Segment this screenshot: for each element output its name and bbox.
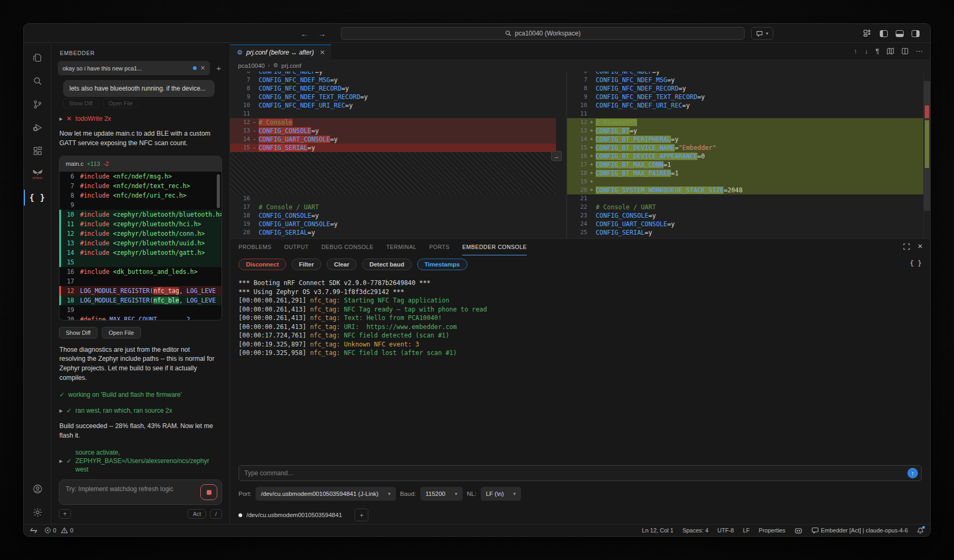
notifications-bell[interactable] bbox=[917, 527, 924, 534]
baud-select[interactable]: 115200 ▾ bbox=[420, 487, 463, 501]
breadcrumb-folder[interactable]: pca10040 bbox=[238, 63, 265, 69]
close-chat-icon[interactable]: ✕ bbox=[200, 65, 205, 72]
expand-triangle-icon[interactable]: ▶ bbox=[59, 459, 63, 464]
nl-select[interactable]: LF (\n) ▾ bbox=[481, 487, 521, 501]
show-diff-ghost-button[interactable]: Show Diff bbox=[63, 99, 99, 108]
previous-change-icon[interactable]: ↑ bbox=[854, 47, 858, 55]
run-debug-icon[interactable] bbox=[24, 116, 51, 139]
assistant-paragraph-3: Build succeeded -- 28% flash, 43% RAM. N… bbox=[59, 422, 216, 441]
disconnect-button[interactable]: Disconnect bbox=[238, 259, 286, 270]
status-ln-12-col-1[interactable]: Ln 12, Col 1 bbox=[642, 527, 673, 534]
nav-forward-icon[interactable]: → bbox=[318, 29, 326, 38]
add-serial-tab-button[interactable]: + bbox=[355, 509, 368, 521]
code-diff-body[interactable]: 6#include <nfc/ndef/msg.h>7#include <nfc… bbox=[59, 172, 222, 320]
accounts-icon[interactable] bbox=[24, 477, 51, 501]
maximize-panel-icon[interactable] bbox=[903, 243, 910, 250]
port-select[interactable]: /dev/cu.usbmodem0010503594841 (J-Link) ▾ bbox=[255, 487, 395, 501]
panel-tab-embedder-console[interactable]: EMBEDDER CONSOLE bbox=[462, 239, 527, 255]
send-command-button[interactable]: ↑ bbox=[907, 468, 918, 478]
filter-button[interactable]: Filter bbox=[292, 259, 321, 270]
lines-removed-count: -2 bbox=[103, 161, 109, 167]
port-label: Port: bbox=[238, 491, 251, 497]
problems-indicator[interactable]: 0 0 bbox=[45, 527, 73, 534]
new-chat-button[interactable]: + bbox=[214, 64, 223, 73]
copilot-menu-button[interactable]: ▾ bbox=[751, 27, 773, 40]
customize-layout-icon[interactable] bbox=[863, 30, 872, 37]
expand-triangle-icon[interactable]: ▶ bbox=[59, 117, 63, 121]
desktop-background: ← → pca10040 (Workspace) ▾ bbox=[0, 0, 954, 560]
breadcrumb[interactable]: pca10040 › ⚙ prj.conf bbox=[230, 59, 930, 72]
diff-original-pane[interactable]: 6CONFIG_NFC_NDEF=y7CONFIG_NFC_NDEF_MSG=y… bbox=[230, 72, 556, 238]
panel-tab-debug-console[interactable]: DEBUG CONSOLE bbox=[322, 239, 374, 255]
chat-input[interactable]: Try: Implement watchdog refresh logic bbox=[59, 479, 222, 505]
detect-baud-button[interactable]: Detect baud bbox=[362, 259, 412, 270]
timestamps-button[interactable]: Timestamps bbox=[417, 259, 467, 270]
todo-write-row[interactable]: ▶ ✕ todoWrite 2x bbox=[59, 115, 229, 122]
status-properties[interactable]: Properties bbox=[759, 527, 785, 534]
panel-braces-icon[interactable]: { } bbox=[909, 259, 922, 267]
open-file-button[interactable]: Open File bbox=[102, 327, 141, 339]
explorer-icon[interactable] bbox=[24, 46, 51, 69]
slash-command-button[interactable]: / bbox=[210, 509, 222, 519]
close-panel-icon[interactable]: ✕ bbox=[917, 243, 923, 250]
diff-line: 16+CONFIG_BT_DEVICE_APPEARANCE=0 bbox=[567, 152, 923, 161]
diff-editor[interactable]: 6CONFIG_NFC_NDEF=y7CONFIG_NFC_NDEF_MSG=y… bbox=[230, 72, 930, 238]
clear-button[interactable]: Clear bbox=[326, 259, 357, 270]
panel-tab-output[interactable]: OUTPUT bbox=[284, 239, 308, 255]
settings-gear-icon[interactable] bbox=[24, 501, 51, 524]
close-tab-icon[interactable]: ✕ bbox=[320, 49, 325, 56]
serial-console-output[interactable]: *** Booting nRF Connect SDK v2.9.0-7787b… bbox=[230, 274, 930, 465]
expand-triangle-icon[interactable]: ▶ bbox=[59, 408, 63, 413]
breadcrumb-file[interactable]: prj.conf bbox=[281, 63, 302, 69]
more-actions-icon[interactable]: ⋯ bbox=[916, 47, 923, 55]
next-change-icon[interactable]: ↓ bbox=[865, 47, 869, 55]
toggle-panel-icon[interactable] bbox=[896, 30, 904, 37]
check-icon: ✓ bbox=[66, 457, 72, 465]
check-icon: ✓ bbox=[66, 407, 72, 414]
user-message-bubble[interactable]: lets also have blueetooth running. if th… bbox=[63, 80, 215, 97]
diff-editor-tab[interactable]: ⚙ prj.conf (before ↔ after) ✕ bbox=[231, 45, 331, 59]
workspace-search-box[interactable]: pca10040 (Workspace) bbox=[341, 27, 745, 40]
serial-port-tab[interactable]: /dev/cu.usbmodem0010503594841 bbox=[238, 512, 350, 518]
open-changes-icon[interactable] bbox=[887, 48, 894, 55]
search-view-icon[interactable] bbox=[24, 69, 51, 93]
panel-tab-terminal[interactable]: TERMINAL bbox=[386, 239, 417, 255]
nav-back-icon[interactable]: ← bbox=[301, 29, 308, 38]
remote-indicator[interactable] bbox=[30, 528, 37, 534]
status-spaces-4[interactable]: Spaces: 4 bbox=[683, 527, 709, 534]
whitespace-toggle-icon[interactable]: ¶ bbox=[876, 47, 879, 55]
code-scrollbar-thumb[interactable] bbox=[217, 174, 220, 208]
split-editor-icon[interactable] bbox=[902, 48, 908, 55]
status-ran-row[interactable]: ▶ ✓ ran west, ran which, ran source 2x bbox=[59, 406, 222, 415]
status-working-label: working on 'Build and flash the firmware… bbox=[68, 390, 182, 399]
chat-session-tab[interactable]: okay so i have this new pca1... ✕ bbox=[58, 61, 210, 75]
open-file-ghost-button[interactable]: Open File bbox=[103, 99, 139, 108]
panel-tab-ports[interactable]: PORTS bbox=[429, 239, 449, 255]
copilot-status[interactable] bbox=[794, 527, 802, 534]
embedder-model-status[interactable]: Embedder [Act] | claude-opus-4-6 bbox=[811, 527, 908, 534]
embedder-view-icon[interactable]: { } bbox=[24, 186, 51, 209]
status-source-row[interactable]: ▶ ✓ source activate, ZEPHYR_BASE=/Users/… bbox=[59, 448, 222, 474]
status-utf-8[interactable]: UTF-8 bbox=[718, 527, 734, 534]
stop-button[interactable] bbox=[200, 484, 217, 500]
revert-block-arrow-button[interactable]: → bbox=[551, 151, 562, 161]
diff-line: 14+CONFIG_BT_PERIPHERAL=y bbox=[567, 135, 923, 144]
show-diff-button[interactable]: Show Diff bbox=[59, 327, 98, 339]
panel-tab-problems[interactable]: PROBLEMS bbox=[238, 239, 271, 255]
diff-modified-pane[interactable]: 6CONFIG_NFC_NDEF=y7CONFIG_NFC_NDEF_MSG=y… bbox=[567, 72, 923, 238]
overview-ruler[interactable] bbox=[923, 72, 930, 238]
diff-line: 9CONFIG_NFC_NDEF_TEXT_RECORD=y bbox=[567, 93, 923, 101]
source-control-icon[interactable] bbox=[24, 93, 51, 116]
stm32-extension-icon[interactable]: STM32 bbox=[24, 163, 51, 186]
attach-button[interactable]: + bbox=[59, 509, 71, 519]
status-lf[interactable]: LF bbox=[743, 527, 750, 534]
console-line: [00:00:17.724,761] nfc_tag: NFC field de… bbox=[238, 331, 922, 340]
act-mode-button[interactable]: Act bbox=[188, 509, 206, 519]
nl-label: NL: bbox=[467, 491, 476, 497]
extensions-icon[interactable] bbox=[24, 139, 51, 163]
chat-icon bbox=[811, 527, 819, 534]
toggle-sidebar-icon[interactable] bbox=[880, 30, 888, 37]
diff-line: 6CONFIG_NFC_NDEF=y bbox=[230, 72, 556, 76]
command-input[interactable]: Type command... ↑ bbox=[238, 465, 922, 481]
toggle-secondary-sidebar-icon[interactable] bbox=[912, 30, 920, 37]
